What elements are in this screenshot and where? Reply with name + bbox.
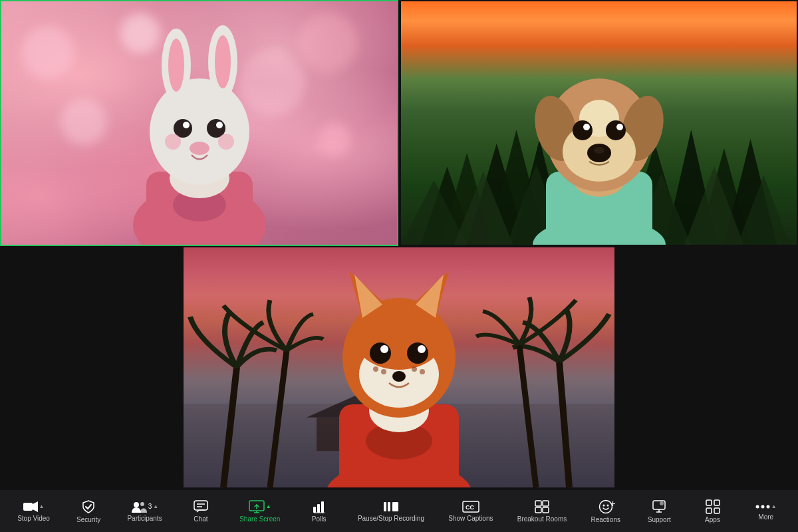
svg-point-73 <box>412 366 417 372</box>
dog-avatar-svg <box>516 25 682 245</box>
svg-rect-91 <box>388 502 390 511</box>
svg-rect-95 <box>535 501 541 506</box>
svg-point-100 <box>602 504 604 506</box>
pause-recording-button[interactable]: Pause/Stop Recording <box>352 498 430 525</box>
svg-rect-96 <box>543 501 549 506</box>
svg-point-78 <box>140 502 144 506</box>
svg-line-50 <box>559 362 569 487</box>
video-cell-rabbit <box>0 0 398 246</box>
rabbit-avatar-svg <box>113 19 286 245</box>
svg-point-43 <box>606 120 626 140</box>
svg-line-48 <box>223 367 237 487</box>
share-screen-button[interactable]: ▲ Share Screen <box>234 497 285 525</box>
svg-point-42 <box>573 120 593 140</box>
svg-rect-106 <box>706 500 712 505</box>
svg-point-72 <box>381 369 386 374</box>
svg-text:CC: CC <box>466 504 474 511</box>
svg-point-101 <box>606 504 608 506</box>
svg-point-70 <box>392 371 406 382</box>
app-container: ▲ Stop Video Security <box>0 0 798 532</box>
dog-avatar-container <box>516 25 682 245</box>
apps-label: Apps <box>705 516 720 523</box>
pause-recording-label: Pause/Stop Recording <box>358 515 424 522</box>
svg-point-13 <box>190 142 209 155</box>
stop-video-label: Stop Video <box>17 515 50 522</box>
svg-rect-75 <box>23 503 33 511</box>
support-button[interactable]: Support <box>639 497 679 526</box>
chat-label: Chat <box>194 515 207 523</box>
breakout-rooms-label: Breakout Rooms <box>517 515 567 523</box>
svg-point-74 <box>420 369 425 374</box>
participants-button[interactable]: 3 ▲ Participants <box>122 498 167 525</box>
svg-point-4 <box>150 78 249 185</box>
security-label: Security <box>76 516 100 523</box>
svg-rect-97 <box>535 507 541 513</box>
svg-rect-79 <box>194 501 207 510</box>
svg-point-14 <box>165 134 181 150</box>
more-button[interactable]: ▲ More <box>746 499 786 523</box>
svg-marker-76 <box>33 501 38 512</box>
security-button[interactable]: Security <box>68 497 108 526</box>
bokeh-circle-4 <box>318 123 351 156</box>
toolbar: ▲ Stop Video Security <box>0 490 798 532</box>
svg-point-12 <box>216 122 223 128</box>
bokeh-circle-1 <box>21 26 74 79</box>
svg-point-77 <box>134 502 139 507</box>
svg-point-69 <box>418 345 426 353</box>
video-cell-dog <box>400 0 798 246</box>
svg-line-49 <box>270 350 287 487</box>
chat-button[interactable]: Chat <box>181 497 221 525</box>
participants-label: Participants <box>127 515 162 522</box>
svg-rect-92 <box>392 502 398 511</box>
breakout-rooms-button[interactable]: Breakout Rooms <box>512 497 572 525</box>
share-screen-label: Share Screen <box>239 515 280 523</box>
fox-avatar-container <box>306 247 492 487</box>
more-caret: ▲ <box>771 503 777 509</box>
stop-video-button[interactable]: ▲ Stop Video <box>12 498 55 525</box>
svg-point-71 <box>373 366 378 372</box>
bokeh-circle-7 <box>298 13 358 73</box>
svg-rect-107 <box>714 500 720 505</box>
video-cell-fox <box>184 247 614 487</box>
svg-point-47 <box>594 147 604 154</box>
svg-point-111 <box>761 505 764 508</box>
participants-count: 3 <box>148 503 152 510</box>
svg-point-68 <box>380 345 388 353</box>
svg-point-110 <box>755 505 759 508</box>
svg-point-11 <box>183 122 190 128</box>
show-captions-button[interactable]: CC Show Captions <box>443 498 498 525</box>
svg-point-6 <box>168 39 184 92</box>
video-grid <box>0 0 798 490</box>
svg-point-67 <box>407 342 428 364</box>
svg-rect-109 <box>714 508 720 513</box>
svg-point-15 <box>218 134 234 150</box>
svg-point-44 <box>583 124 590 130</box>
support-label: Support <box>648 516 671 523</box>
svg-line-51 <box>519 345 536 487</box>
reactions-label: Reactions <box>591 516 620 523</box>
svg-rect-88 <box>321 501 324 513</box>
show-captions-label: Show Captions <box>448 515 493 522</box>
stop-video-caret: ▲ <box>39 503 45 509</box>
svg-point-66 <box>370 342 391 364</box>
rabbit-avatar-container <box>113 19 286 245</box>
share-screen-caret: ▲ <box>266 503 271 509</box>
svg-point-65 <box>356 310 442 370</box>
polls-label: Polls <box>312 515 327 523</box>
svg-rect-108 <box>706 508 712 513</box>
more-label: More <box>758 513 773 521</box>
svg-rect-98 <box>543 507 549 513</box>
svg-rect-90 <box>384 502 386 511</box>
svg-rect-86 <box>313 507 316 513</box>
apps-button[interactable]: Apps <box>693 497 733 526</box>
participants-caret: ▲ <box>153 503 158 509</box>
svg-point-112 <box>766 505 769 508</box>
svg-point-8 <box>215 35 231 88</box>
svg-rect-102 <box>653 501 665 509</box>
fox-avatar-svg <box>306 247 492 487</box>
svg-point-105 <box>660 501 664 505</box>
svg-rect-87 <box>317 504 320 513</box>
reactions-button[interactable]: + Reactions <box>586 497 626 526</box>
polls-button[interactable]: Polls <box>299 497 339 525</box>
svg-point-45 <box>616 124 623 130</box>
